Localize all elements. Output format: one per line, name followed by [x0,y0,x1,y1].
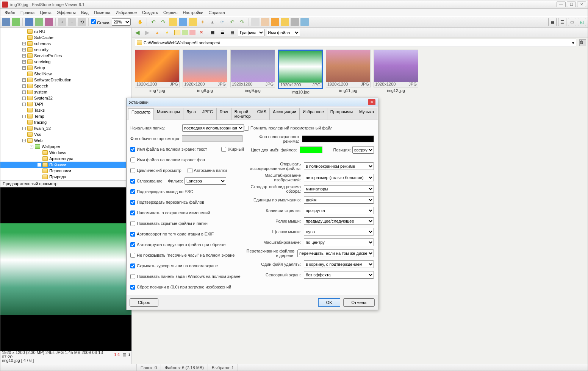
save-as-icon[interactable] [35,18,43,26]
tree-node[interactable]: Персонажи [0,168,131,174]
cb-bold[interactable] [221,147,226,152]
expander-icon[interactable]: + [22,115,26,118]
cb-autofolder[interactable] [188,168,192,173]
folder-tree[interactable]: ru-RUSchCache+schemas+security+ServicePr… [0,28,131,181]
batch-convert-icon[interactable] [169,18,177,26]
zoom-out-icon[interactable]: − [68,18,76,26]
start-folder-select[interactable]: последняя использованная [182,124,244,132]
cb-autoload-crop[interactable] [130,242,135,247]
tree-node[interactable]: +Temp [0,113,131,119]
email-icon[interactable] [281,18,289,26]
path-dropdown-icon[interactable]: ▾ [572,41,574,45]
expander-icon[interactable] [22,72,26,76]
expander-icon[interactable]: + [22,60,26,64]
cb-show-hidden[interactable] [130,221,135,226]
undo-icon[interactable]: ↶ [228,18,236,26]
tree-node[interactable]: +security [0,47,131,53]
tree-node[interactable]: tracing [0,119,131,125]
click-select[interactable]: лупа [304,228,374,235]
redo-icon[interactable]: ↷ [238,18,246,26]
tab-Ассоциации[interactable]: Ассоциации [269,108,300,120]
wallpaper-icon[interactable] [300,18,309,26]
menu-Цвета[interactable]: Цвета [38,9,54,16]
expander-icon[interactable]: + [22,103,26,106]
menu-Создать[interactable]: Создать [140,9,160,16]
camera-icon[interactable] [2,18,10,26]
expander-icon[interactable] [22,133,26,136]
menu-Избранное[interactable]: Избранное [113,9,139,16]
cb-confirm-overwrite[interactable] [130,200,135,205]
refresh-icon[interactable]: ⟳ [218,18,227,26]
brightness-icon[interactable]: ☀ [199,18,207,26]
ok-button[interactable]: OK [318,298,340,307]
cb-remind-save[interactable] [130,210,135,215]
delete-icon[interactable]: ✕ [197,28,205,37]
menu-Сервис[interactable]: Сервис [161,9,180,16]
tree-node[interactable]: +ServiceProfiles [0,53,131,59]
nav-fwd-icon[interactable]: ▶ [143,28,152,37]
scanner-icon[interactable] [12,18,20,26]
expander-icon[interactable] [22,30,26,33]
expander-icon[interactable] [38,157,41,161]
save-copy-icon[interactable] [45,18,53,26]
tree-node[interactable]: +Speech [0,83,131,89]
tree-node[interactable]: +TAPI [0,101,131,107]
reset-button[interactable]: Сброс [130,298,158,307]
tree-node[interactable]: ru-RU [0,28,131,34]
thumbnail[interactable]: 1920x1200JPG [230,50,275,87]
open-assoc-select[interactable]: в полноэкранном режиме [304,162,374,170]
slideshow-icon[interactable] [189,18,197,26]
tree-node[interactable]: Архитектура [0,156,131,162]
tree-node[interactable]: Vss [0,131,131,137]
expander-icon[interactable]: + [22,84,26,88]
print-icon[interactable] [291,18,299,26]
arrows-select[interactable]: прокрутка [304,207,374,214]
zoom-mode-select[interactable]: по центру [304,238,374,246]
scale-select[interactable]: авторазмер (только большие) [304,174,374,181]
cb-smooth[interactable] [130,179,135,184]
smooth-checkbox[interactable]: Сглаж. [91,19,110,25]
trash-icon[interactable]: 🗑 [579,39,586,46]
tab-Просмотр[interactable]: Просмотр [128,108,154,120]
tree-node[interactable]: -Web [0,137,131,143]
tree-node[interactable]: +twain_32 [0,125,131,131]
filter-select[interactable]: Графика [238,29,264,36]
cb-exif-rotate[interactable] [130,232,135,237]
pos-select[interactable]: вверху [352,146,374,154]
copy-icon[interactable] [251,18,260,26]
tree-node[interactable]: Tasks [0,107,131,113]
view-details-icon[interactable]: ☰ [558,18,566,26]
expander-icon[interactable] [38,151,41,154]
delete-select[interactable]: в корзину, с подтверждением [304,260,374,268]
cb-no-hourglass[interactable] [130,253,135,258]
info-icon[interactable]: ℹ [128,352,130,357]
hand-icon[interactable]: ✋ [136,18,144,26]
expander-icon[interactable]: + [22,54,26,58]
tab-Избранное[interactable]: Избранное [299,108,327,120]
tree-node[interactable]: Пейзажи [0,162,131,168]
preview-pane[interactable] [0,187,131,351]
tab-Raw[interactable]: Raw [216,108,231,120]
expander-icon[interactable]: + [22,127,26,130]
nav-back-icon[interactable]: ◀ [133,28,142,37]
expander-icon[interactable]: - [30,145,33,148]
tab-CMS[interactable]: CMS [254,108,270,120]
expander-icon[interactable] [22,36,26,39]
name-color-swatch[interactable] [300,147,322,153]
tree-node[interactable]: -Wallpaper [0,143,131,150]
zoom-in-icon[interactable]: + [58,18,66,26]
expander-icon[interactable] [38,163,41,167]
view-fullscreen-icon[interactable]: ▭ [568,18,576,26]
tree-node[interactable]: +system [0,89,131,95]
tree-node[interactable]: Windows [0,150,131,156]
view1-icon[interactable]: ▦ [208,28,217,37]
menu-Эффекты[interactable]: Эффекты [55,9,78,16]
thumbnail[interactable]: 1920x1200JPG [374,50,418,87]
menu-Файл[interactable]: Файл [3,9,17,16]
save-icon[interactable] [25,18,33,26]
tab-JPEG[interactable]: JPEG [199,108,217,120]
thumbnail[interactable]: 1920x1200JPG [278,50,323,89]
tree-node[interactable]: +servicing [0,59,131,65]
cb-reset-pos[interactable] [130,285,135,290]
histogram-icon[interactable]: ▥ [122,352,126,357]
